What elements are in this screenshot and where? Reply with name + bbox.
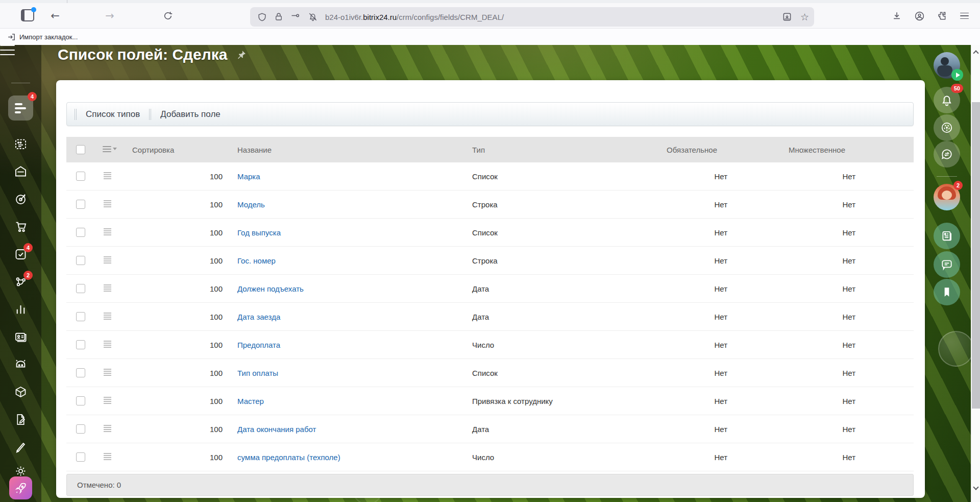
drag-handle-icon[interactable]: [104, 172, 111, 180]
header-menu-icon[interactable]: [103, 146, 117, 154]
field-name-link[interactable]: Тип оплаты: [237, 369, 278, 377]
scroll-up-arrow[interactable]: [973, 50, 978, 56]
sidebar-item-crm[interactable]: [14, 192, 28, 206]
drag-handle-icon[interactable]: [104, 341, 111, 349]
drag-handle-icon[interactable]: [104, 425, 111, 433]
sidebar-item-ai[interactable]: [14, 357, 28, 371]
field-name-link[interactable]: Дата окончания работ: [237, 425, 316, 434]
lock-icon[interactable]: [274, 12, 283, 21]
field-name-link[interactable]: Гос. номер: [237, 256, 276, 265]
sidebar-item-automation[interactable]: 2: [14, 275, 28, 289]
selection-footer: Отмечено: 0: [66, 474, 914, 496]
row-checkbox[interactable]: [76, 228, 85, 237]
notifications-blocked-icon[interactable]: [308, 12, 318, 22]
header-name[interactable]: Название: [223, 137, 472, 162]
field-name-link[interactable]: Дата заезда: [237, 313, 280, 321]
document-edit-icon: [14, 413, 28, 426]
table-row: 100 Предоплата Число Нет Нет: [66, 331, 914, 359]
drag-handle-icon[interactable]: [104, 313, 111, 321]
sidebar-item-shop[interactable]: [14, 220, 28, 233]
row-checkbox[interactable]: [76, 368, 85, 377]
field-name-link[interactable]: Предоплата: [237, 341, 280, 349]
type-list-button[interactable]: Список типов: [77, 109, 149, 119]
pin-icon[interactable]: [236, 50, 247, 60]
header-multiple[interactable]: Множественное: [727, 137, 855, 162]
forward-button[interactable]: →: [102, 8, 118, 24]
field-name-link[interactable]: Мастер: [237, 397, 264, 405]
selected-count-label: Отмечено: 0: [77, 481, 121, 489]
bookmark-star-icon[interactable]: ☆: [800, 12, 809, 22]
select-all-checkbox[interactable]: [76, 145, 85, 154]
chat-button[interactable]: [934, 251, 960, 278]
save-page-icon[interactable]: [782, 12, 792, 22]
row-checkbox[interactable]: [76, 256, 85, 265]
row-checkbox[interactable]: [76, 200, 85, 209]
row-checkbox[interactable]: [76, 172, 85, 181]
field-name-link[interactable]: Модель: [237, 200, 265, 209]
pulse-button[interactable]: [934, 114, 960, 141]
drag-handle-icon[interactable]: [104, 256, 111, 265]
field-name-link[interactable]: Марка: [237, 172, 260, 181]
sidebar-item-settings[interactable]: [14, 464, 28, 478]
field-type: Число: [472, 453, 494, 462]
drag-handle-icon[interactable]: [104, 369, 111, 377]
sidebar-item-employees[interactable]: [14, 330, 28, 344]
field-required: Нет: [714, 425, 727, 434]
sidebar-item-tasks[interactable]: 4: [14, 247, 28, 261]
user-avatar[interactable]: [934, 52, 960, 79]
messenger-transfer-button[interactable]: [934, 141, 960, 168]
field-name-link[interactable]: Год выпуска: [237, 228, 281, 237]
drag-handle-icon[interactable]: [104, 397, 111, 405]
field-type: Список: [472, 369, 498, 377]
app-menu-button[interactable]: [955, 8, 973, 24]
downloads-button[interactable]: [888, 8, 905, 24]
reload-button[interactable]: [160, 8, 176, 24]
messenger-avatar[interactable]: 2: [934, 184, 960, 210]
row-checkbox[interactable]: [76, 424, 85, 434]
drag-handle-icon[interactable]: [104, 453, 111, 461]
row-checkbox[interactable]: [76, 312, 85, 321]
sidebar-item-calendar[interactable]: [14, 137, 28, 151]
field-multiple: Нет: [842, 397, 855, 405]
permissions-icon[interactable]: [290, 12, 301, 22]
bookmarks-button[interactable]: [934, 279, 960, 305]
shield-icon[interactable]: [257, 12, 267, 22]
sidebar-item-sign[interactable]: [14, 440, 28, 454]
import-bookmarks-item[interactable]: Импорт закладок...: [7, 33, 78, 41]
account-button[interactable]: [911, 8, 928, 24]
url-bar[interactable]: b24-o1iv6r.bitrix24.ru/crm/configs/field…: [250, 7, 814, 27]
news-button[interactable]: [934, 223, 960, 249]
sidebar-menu-button[interactable]: [0, 45, 15, 55]
sidebar-item-analytics[interactable]: [14, 302, 28, 316]
news-icon: [940, 229, 953, 243]
field-name-link[interactable]: сумма предоплаты (техполе): [237, 453, 340, 462]
sidebar-tabs-icon[interactable]: [21, 9, 34, 21]
row-checkbox[interactable]: [76, 284, 85, 293]
table-row: 100 Гос. номер Строка Нет Нет: [66, 247, 914, 275]
back-button[interactable]: ←: [47, 8, 63, 24]
sidebar-item-market[interactable]: [14, 385, 28, 399]
sidebar-item-workspaces[interactable]: [14, 164, 28, 178]
field-name-link[interactable]: Должен подъехать: [237, 284, 304, 293]
sidebar-item-upgrade[interactable]: [9, 476, 32, 499]
field-required: Нет: [714, 200, 727, 209]
add-field-button[interactable]: Добавить поле: [151, 109, 230, 119]
drag-handle-icon[interactable]: [104, 200, 111, 208]
drag-handle-icon[interactable]: [104, 284, 111, 293]
scroll-down-arrow[interactable]: [973, 484, 978, 490]
notifications-button[interactable]: 50: [934, 87, 960, 113]
extensions-button[interactable]: [933, 8, 950, 24]
header-sort[interactable]: Сортировка: [116, 137, 223, 162]
drag-handle-icon[interactable]: [104, 228, 111, 236]
page-scrollbar[interactable]: [971, 45, 980, 502]
sidebar-item-documents[interactable]: [14, 413, 28, 426]
header-required[interactable]: Обязательное: [661, 137, 727, 162]
header-type[interactable]: Тип: [472, 137, 661, 162]
url-text[interactable]: b24-o1iv6r.bitrix24.ru/crm/configs/field…: [325, 13, 782, 21]
row-checkbox[interactable]: [76, 452, 85, 462]
scrollbar-thumb[interactable]: [972, 102, 980, 409]
sidebar-item-feed[interactable]: 4: [8, 95, 33, 121]
row-checkbox[interactable]: [76, 340, 85, 349]
row-checkbox[interactable]: [76, 396, 85, 405]
field-type: Дата: [472, 425, 489, 434]
